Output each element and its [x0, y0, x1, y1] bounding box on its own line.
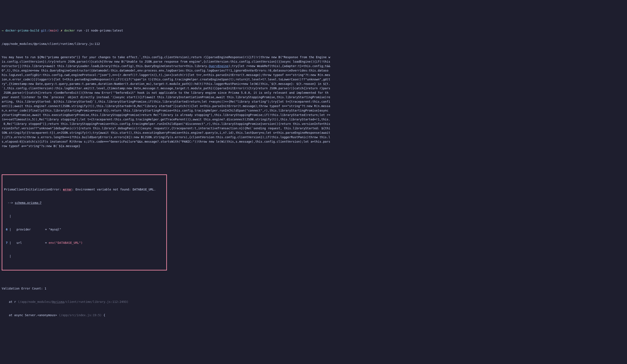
error-source-line-7: 7 | url = env("DATABASE_URL") [4, 241, 165, 245]
output-dump: You may have to run ${Me("prisma generat… [2, 55, 625, 148]
error-source-line-6: 6 | provider = "mysql" [4, 227, 165, 232]
line-number-7: 7 [4, 241, 9, 244]
env-database-url: env("DATABASE_URL") [49, 241, 83, 244]
prompt-directory: docker-prisma-build [5, 29, 39, 32]
gutter-pipe-6: | [9, 228, 13, 231]
at-r: at r [2, 300, 18, 304]
stack-paren-close: ) [127, 300, 128, 304]
error-gutter-empty: | [4, 214, 165, 218]
stack-path-pre: /app/node_modules/ [19, 300, 52, 304]
line-number-6: 6 [4, 228, 9, 231]
prompt-git-label: git: [41, 29, 48, 32]
output-path: /app/node_modules/@prisma/client/runtime… [2, 42, 625, 46]
schema-file-ref[interactable]: schema.prisma:7 [15, 201, 42, 204]
line-6-content: provider = "mysql" [13, 228, 61, 231]
prisma-package-link[interactable]: @prisma [52, 300, 64, 304]
command-name: docker [64, 29, 75, 32]
error-arrow: --> [4, 201, 15, 204]
error-title: PrismaClientInitializationError: [4, 188, 63, 191]
error-location-line: --> schema.prisma:7 [4, 201, 165, 205]
prompt-paren-open: ( [48, 29, 50, 32]
query-engine-link[interactable]: QueryEngine [209, 64, 229, 68]
stack-path-post: /client/runtime/library.js:112:2493 [64, 300, 127, 304]
gutter-pipe-7: | [9, 241, 13, 244]
prompt-dirty-indicator: ✗ [60, 29, 62, 32]
stack-trace-line-1: at r (/app/node_modules/@prisma/client/r… [2, 300, 625, 304]
error-title-line: PrismaClientInitializationError: error: … [4, 187, 165, 192]
prompt-paren-close: ) [57, 29, 59, 32]
shell-prompt[interactable]: → docker-prisma-build git:(main) ✗ docke… [2, 28, 625, 33]
validation-error-count: Validation Error Count: 1 [2, 286, 625, 291]
error-gutter-empty-2: | [4, 254, 165, 258]
stack-trace-line-2: at async Server.<anonymous> (/app/src/in… [2, 313, 625, 318]
prompt-arrow: → [2, 29, 3, 32]
stack-path-2: (/app/src/index.js:19:5) [59, 314, 102, 317]
line-7-content-pre: url = [13, 241, 49, 244]
stack-brace: { [102, 314, 105, 317]
dump-post: );try{let r=new WeakRef(this),{adapter:t… [2, 64, 330, 148]
terminal: → docker-prisma-build git:(main) ✗ docke… [2, 19, 625, 322]
error-box: PrismaClientInitializationError: error: … [2, 174, 167, 271]
prompt-git-branch: main [50, 29, 57, 32]
command-args: run -it node-prisma:latest [77, 29, 123, 32]
error-label: error [63, 188, 72, 191]
error-message: : Environment variable not found: DATABA… [72, 188, 156, 191]
at-server: at async Server.<anonymous> [2, 314, 59, 317]
